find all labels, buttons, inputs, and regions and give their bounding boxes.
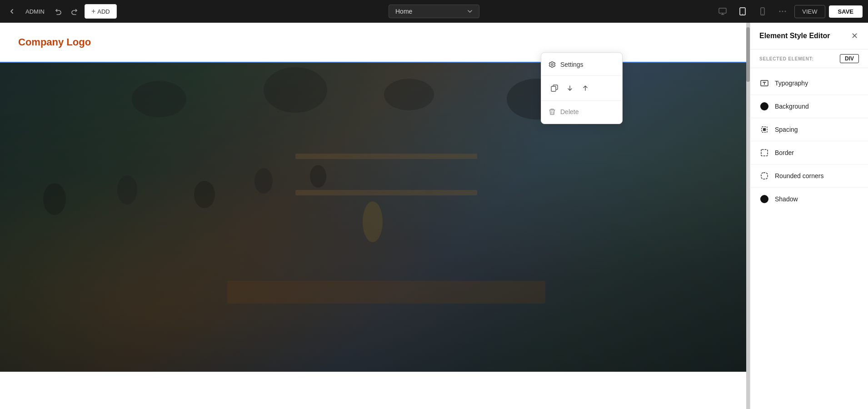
preview-header: Company Logo — [0, 23, 750, 63]
admin-button[interactable]: ADMIN — [22, 5, 48, 18]
admin-label: ADMIN — [25, 8, 45, 15]
page-selector-label: Home — [395, 8, 412, 15]
context-menu-divider-2 — [541, 100, 622, 101]
page-selector[interactable]: Home — [389, 5, 479, 18]
context-delete-item[interactable]: Delete — [541, 104, 622, 120]
save-label: SAVE — [838, 8, 853, 15]
rounded-corners-option[interactable]: Rounded corners — [750, 165, 868, 188]
redo-icon — [71, 8, 78, 15]
tablet-icon — [738, 7, 747, 16]
border-icon — [759, 148, 769, 158]
duplicate-icon — [550, 84, 559, 92]
more-options-button[interactable] — [774, 4, 791, 19]
context-settings-label: Settings — [560, 61, 584, 68]
svg-point-9 — [264, 67, 327, 113]
undo-icon — [55, 8, 62, 15]
main-area: Company Logo — [0, 23, 868, 409]
svg-point-4 — [763, 14, 763, 14]
right-panel: Element Style Editor ✕ SELECTED ELEMENT:… — [750, 23, 868, 409]
tablet-device-button[interactable] — [734, 4, 751, 19]
typography-icon — [759, 78, 769, 88]
svg-point-5 — [779, 11, 781, 12]
add-plus-icon: + — [91, 7, 95, 15]
svg-rect-14 — [295, 190, 477, 195]
spacing-label: Spacing — [775, 126, 798, 133]
save-button[interactable]: SAVE — [829, 5, 863, 18]
context-delete-label: Delete — [560, 108, 579, 115]
style-options-list: Typography Background Spacing — [750, 68, 868, 409]
panel-header: Element Style Editor ✕ — [750, 23, 868, 50]
settings-icon — [549, 61, 556, 68]
context-menu-divider — [541, 75, 622, 76]
svg-rect-13 — [295, 154, 477, 159]
svg-point-16 — [117, 175, 137, 204]
svg-rect-24 — [763, 128, 766, 131]
svg-point-8 — [132, 81, 186, 117]
svg-rect-26 — [761, 173, 768, 179]
spacing-option[interactable]: Spacing — [750, 118, 868, 141]
context-menu-actions — [541, 79, 622, 98]
shadow-option[interactable]: Shadow — [750, 188, 868, 210]
duplicate-button[interactable] — [549, 82, 560, 94]
phone-icon — [758, 7, 767, 16]
svg-point-7 — [785, 11, 786, 12]
svg-rect-25 — [761, 150, 768, 156]
delete-icon — [549, 108, 556, 115]
svg-point-18 — [254, 168, 273, 194]
context-settings-item[interactable]: Settings — [541, 56, 622, 73]
move-down-icon — [566, 84, 574, 92]
svg-point-19 — [310, 165, 326, 188]
topbar-right: VIEW SAVE — [714, 4, 863, 19]
selected-element-row: SELECTED ELEMENT: DIV — [750, 50, 868, 68]
preview-scrollbar-thumb — [746, 27, 750, 82]
rounded-corners-label: Rounded corners — [775, 172, 823, 180]
svg-point-15 — [43, 183, 66, 215]
panel-close-button[interactable]: ✕ — [850, 30, 859, 42]
background-label: Background — [775, 103, 809, 110]
desktop-icon — [718, 7, 727, 16]
shadow-icon — [759, 194, 769, 204]
view-label: VIEW — [802, 8, 817, 15]
background-option[interactable]: Background — [750, 95, 868, 118]
border-label: Border — [775, 149, 794, 156]
svg-point-2 — [743, 14, 743, 15]
webpage-preview: Company Logo — [0, 23, 750, 409]
svg-rect-0 — [719, 8, 726, 13]
hero-image — [0, 63, 750, 372]
svg-point-17 — [194, 181, 215, 208]
phone-device-button[interactable] — [754, 4, 771, 19]
element-tag: DIV — [840, 54, 859, 63]
redo-button[interactable] — [68, 5, 81, 18]
panel-title: Element Style Editor — [759, 32, 830, 40]
background-icon — [759, 101, 769, 111]
add-button[interactable]: + ADD — [85, 4, 117, 19]
back-button[interactable] — [5, 5, 18, 18]
add-label: ADD — [97, 8, 110, 15]
border-option[interactable]: Border — [750, 141, 868, 165]
svg-rect-21 — [551, 86, 556, 91]
topbar-center: Home — [389, 5, 479, 18]
svg-point-6 — [782, 11, 783, 12]
back-icon — [8, 8, 15, 15]
undo-button[interactable] — [52, 5, 65, 18]
typography-label: Typography — [775, 80, 808, 87]
rounded-corners-icon — [759, 171, 769, 181]
move-up-button[interactable] — [579, 82, 591, 94]
move-down-button[interactable] — [564, 82, 576, 94]
svg-point-10 — [384, 79, 434, 110]
topbar-left: ADMIN + ADD — [5, 4, 117, 19]
spacing-icon — [759, 125, 769, 135]
context-menu: Settings — [541, 52, 623, 124]
canvas-area: Company Logo — [0, 23, 750, 409]
view-button[interactable]: VIEW — [794, 5, 825, 18]
shadow-label: Shadow — [775, 195, 798, 203]
preview-scrollbar[interactable] — [746, 23, 750, 409]
desktop-device-button[interactable] — [714, 4, 731, 19]
chevron-down-icon — [467, 9, 473, 14]
move-up-icon — [581, 84, 589, 92]
more-icon — [778, 7, 787, 16]
company-logo: Company Logo — [18, 36, 91, 48]
typography-option[interactable]: Typography — [750, 72, 868, 95]
cafe-decoration — [0, 63, 750, 372]
selected-element-label: SELECTED ELEMENT: — [759, 56, 814, 61]
